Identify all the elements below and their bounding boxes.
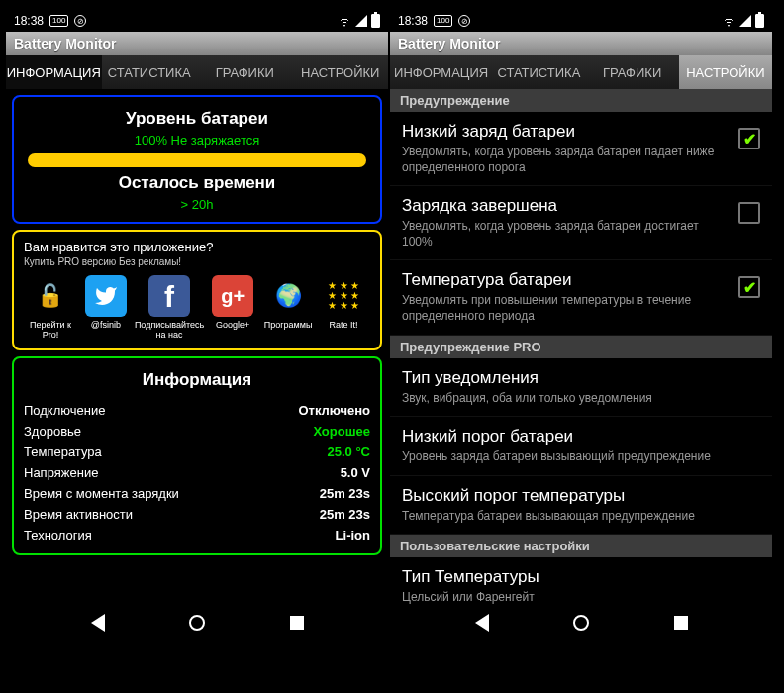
promo-apps[interactable]: 🌍 Программы bbox=[261, 275, 315, 341]
nav-back-icon[interactable] bbox=[475, 614, 489, 632]
info-row: Здоровье Хорошее bbox=[24, 421, 370, 442]
tab-stats[interactable]: СТАТИСТИКА bbox=[102, 55, 198, 89]
info-row: Технология Li-ion bbox=[24, 525, 370, 545]
tab-bar: ИНФОРМАЦИЯ СТАТИСТИКА ГРАФИКИ НАСТРОЙКИ bbox=[390, 55, 772, 89]
app-title: Battery Monitor bbox=[14, 36, 116, 51]
setting-title: Тип уведомления bbox=[402, 368, 760, 388]
nav-home-icon[interactable] bbox=[573, 615, 589, 631]
tab-charts[interactable]: ГРАФИКИ bbox=[586, 55, 679, 89]
info-value: 25m 23s bbox=[320, 486, 370, 501]
setting-title: Низкий заряд батареи bbox=[402, 122, 729, 142]
promo-pro[interactable]: 🔓 Перейти к Pro! bbox=[24, 275, 77, 341]
checkbox[interactable] bbox=[738, 128, 760, 149]
info-value: 5.0 V bbox=[341, 465, 370, 480]
setting-desc: Уведомлять, когда уровень заряда батареи… bbox=[402, 219, 729, 249]
globe-icon: 🌍 bbox=[267, 275, 309, 317]
setting-desc: Цельсий или Фаренгейт bbox=[402, 590, 760, 604]
setting-item[interactable]: Низкий порог батареиУровень заряда батар… bbox=[390, 417, 772, 476]
app-title: Battery Monitor bbox=[398, 36, 500, 51]
promo-label: Перейти к Pro! bbox=[24, 321, 77, 341]
twitter-icon bbox=[85, 275, 127, 317]
info-title: Информация bbox=[24, 370, 370, 390]
info-label: Напряжение bbox=[24, 465, 98, 480]
tab-stats[interactable]: СТАТИСТИКА bbox=[492, 55, 585, 89]
nav-recent-icon[interactable] bbox=[674, 616, 688, 630]
promo-rate[interactable]: ★ ★ ★★ ★ ★★ ★ ★ Rate It! bbox=[317, 275, 370, 341]
status-bar: 18:38 100 ⊘ bbox=[390, 10, 772, 32]
nav-recent-icon[interactable] bbox=[290, 616, 304, 630]
promo-box: Вам нравится это приложение? Купить PRO … bbox=[12, 230, 382, 350]
stars-icon: ★ ★ ★★ ★ ★★ ★ ★ bbox=[323, 275, 364, 317]
promo-subtitle: Купить PRO версию Без рекламы! bbox=[24, 256, 370, 267]
nav-back-icon[interactable] bbox=[91, 614, 105, 632]
info-label: Подключение bbox=[24, 403, 105, 418]
nav-bar bbox=[390, 604, 772, 642]
setting-desc: Температура батареи вызывающая предупреж… bbox=[402, 509, 760, 525]
info-content[interactable]: Уровень батареи 100% Не заряжается Остал… bbox=[6, 89, 388, 604]
setting-item[interactable]: Низкий заряд батареиУведомлять, когда ур… bbox=[390, 112, 772, 186]
tab-info[interactable]: ИНФОРМАЦИЯ bbox=[6, 55, 102, 89]
setting-desc: Уведомлять при повышении температуры в т… bbox=[402, 293, 729, 324]
status-batt-text: 100 bbox=[49, 15, 68, 27]
battery-remain-label: Осталось времени bbox=[24, 173, 370, 193]
setting-item[interactable]: Высокий порог температурыТемпература бат… bbox=[390, 476, 772, 536]
tab-bar: ИНФОРМАЦИЯ СТАТИСТИКА ГРАФИКИ НАСТРОЙКИ bbox=[6, 55, 388, 89]
setting-title: Низкий порог батареи bbox=[402, 427, 760, 446]
tab-charts[interactable]: ГРАФИКИ bbox=[197, 55, 293, 89]
info-row: Подключение Отключено bbox=[24, 400, 370, 421]
promo-twitter[interactable]: @fsinib bbox=[79, 275, 133, 341]
info-row: Напряжение 5.0 V bbox=[24, 462, 370, 483]
promo-label: @fsinib bbox=[91, 321, 121, 331]
setting-item[interactable]: Тип ТемпературыЦельсий или Фаренгейт bbox=[390, 557, 772, 604]
setting-title: Тип Температуры bbox=[402, 567, 760, 587]
tab-settings[interactable]: НАСТРОЙКИ bbox=[293, 55, 389, 89]
lock-icon: 🔓 bbox=[30, 275, 71, 317]
promo-facebook[interactable]: f Подписывайтесь на нас bbox=[135, 275, 204, 341]
status-batt-text: 100 bbox=[434, 15, 452, 27]
tab-settings[interactable]: НАСТРОЙКИ bbox=[679, 55, 772, 89]
signal-icon bbox=[739, 15, 751, 27]
nav-home-icon[interactable] bbox=[189, 615, 205, 631]
info-label: Технология bbox=[24, 528, 92, 543]
app-title-bar: Battery Monitor bbox=[390, 32, 772, 55]
info-value: Хорошее bbox=[313, 424, 370, 439]
googleplus-icon: g+ bbox=[212, 275, 253, 317]
setting-desc: Уровень заряда батареи вызывающий предуп… bbox=[402, 449, 760, 465]
setting-title: Высокий порог температуры bbox=[402, 486, 760, 506]
phone-settings-screen: 18:38 100 ⊘ Battery Monitor ИНФОРМАЦИЯ С… bbox=[390, 10, 772, 642]
promo-googleplus[interactable]: g+ Google+ bbox=[206, 275, 259, 341]
wifi-icon bbox=[722, 15, 735, 27]
section-header: Предупреждение bbox=[390, 89, 772, 112]
status-bar: 18:38 100 ⊘ bbox=[6, 10, 388, 32]
battery-box: Уровень батареи 100% Не заряжается Остал… bbox=[12, 95, 382, 224]
info-row: Температура 25.0 °C bbox=[24, 442, 370, 462]
info-value: Отключено bbox=[298, 403, 370, 418]
facebook-icon: f bbox=[148, 275, 190, 317]
setting-item[interactable]: Температура батареиУведомлять при повыше… bbox=[390, 260, 772, 335]
info-label: Здоровье bbox=[24, 424, 81, 439]
checkbox[interactable] bbox=[738, 202, 760, 224]
status-time: 18:38 bbox=[398, 14, 428, 28]
setting-item[interactable]: Зарядка завершенаУведомлять, когда урове… bbox=[390, 186, 772, 260]
setting-item[interactable]: Тип уведомленияЗвук, вибрация, оба или т… bbox=[390, 358, 772, 418]
status-time: 18:38 bbox=[14, 14, 44, 28]
battery-icon bbox=[755, 14, 764, 28]
tab-info[interactable]: ИНФОРМАЦИЯ bbox=[390, 55, 492, 89]
section-header: Предупреждение PRO bbox=[390, 336, 772, 358]
info-label: Время активности bbox=[24, 507, 133, 522]
checkbox[interactable] bbox=[738, 276, 760, 298]
battery-progress-bar bbox=[28, 153, 366, 167]
promo-row: 🔓 Перейти к Pro! @fsinib f Подписывайтес… bbox=[24, 275, 370, 341]
settings-content[interactable]: Предупреждение Низкий заряд батареиУведо… bbox=[390, 89, 772, 604]
battery-level-label: Уровень батареи bbox=[24, 109, 370, 129]
promo-title: Вам нравится это приложение? bbox=[24, 240, 370, 254]
phone-info-screen: 18:38 100 ⊘ Battery Monitor ИНФОРМАЦИЯ С… bbox=[6, 10, 388, 642]
dnd-icon: ⊘ bbox=[458, 15, 470, 27]
promo-label: Google+ bbox=[216, 321, 249, 331]
wifi-icon bbox=[338, 15, 351, 27]
info-value: 25m 23s bbox=[320, 507, 370, 522]
info-label: Время с момента зарядки bbox=[24, 486, 179, 501]
promo-label: Программы bbox=[264, 321, 313, 331]
setting-title: Зарядка завершена bbox=[402, 196, 729, 216]
signal-icon bbox=[355, 15, 367, 27]
